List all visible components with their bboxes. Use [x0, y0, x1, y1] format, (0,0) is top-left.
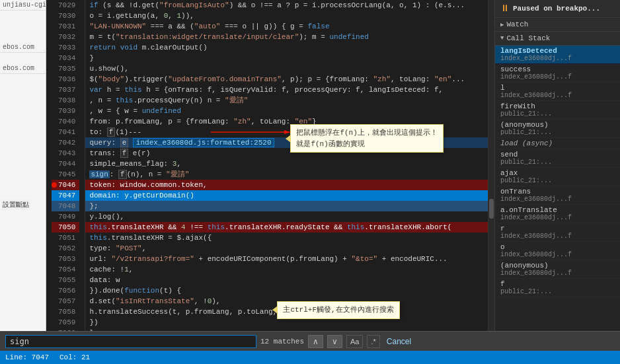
stack-func-name: f — [500, 280, 615, 288]
code-line-7054: cache: !1, — [85, 264, 488, 275]
stack-file-ref: public_21:... — [500, 177, 615, 184]
right-panel: ⏸ Paused on breakpo... ▶ Watch ▼ Call St… — [494, 0, 620, 331]
stack-func-name: (anonymous) — [500, 262, 615, 270]
search-prev-button[interactable]: ∧ — [308, 335, 323, 348]
stack-file-ref: index_e36080dj...f — [500, 73, 615, 81]
code-line-7038: , n = this.processQuery(n) n = "愛請" — [85, 95, 488, 106]
code-line-7033: return void m.clearOutput() — [85, 42, 488, 53]
stack-func-name: a.onTranslate — [500, 206, 615, 214]
watch-header[interactable]: ▶ Watch — [495, 18, 620, 31]
code-line-7034: } — [85, 53, 488, 63]
stack-item-r[interactable]: r index_e36080dj...f — [495, 223, 620, 242]
stack-item-l[interactable]: l index_e36080dj...f — [495, 83, 620, 101]
callstack-list: langIsDeteced index_e36080dj...f success… — [495, 46, 620, 331]
code-line-7035: u.show(), — [85, 63, 488, 74]
code-line-7044: simple_means_flag: 3, — [85, 159, 488, 169]
stack-func-name: ajax — [500, 169, 615, 177]
stack-func-name: onTrans — [500, 188, 615, 196]
search-matches: 12 matches — [260, 338, 304, 346]
stack-file-ref: public_21:... — [500, 288, 615, 295]
stack-file-ref: index_e36080dj...f — [500, 92, 615, 99]
stack-file-ref: index_e36080dj...f — [500, 270, 615, 277]
stack-func-name: send — [500, 151, 615, 159]
code-line-7052: type: "POST", — [85, 243, 488, 254]
stack-func-name: langIsDeteced — [500, 47, 615, 55]
stack-file-ref: public_21:... — [500, 110, 615, 118]
callstack-title: Call Stack — [506, 34, 550, 42]
stack-func-name: (anonymous) — [500, 121, 615, 129]
stack-item-ajax[interactable]: ajax public_21:... — [495, 168, 620, 186]
code-line-7049: y.log(), — [85, 211, 488, 222]
breakpoint-label: 設置斷點 — [1, 200, 30, 210]
callstack-arrow-icon: ▼ — [500, 35, 504, 42]
stack-file-ref: index_e36080dj...f — [500, 196, 615, 203]
search-next-button[interactable]: ∨ — [327, 335, 342, 348]
paused-text: Paused on breakpo... — [513, 5, 600, 13]
stack-func-name: r — [500, 225, 615, 233]
stack-file-ref: public_21:... — [500, 129, 615, 136]
code-line-7045: sign: f(n), n = "愛請" — [85, 169, 488, 180]
code-line-7036: $("body").trigger("updateFromTo.domainTr… — [85, 74, 488, 85]
status-bar: Line: 7047 Col: 21 — [0, 351, 620, 364]
paused-banner: ⏸ Paused on breakpo... — [495, 0, 620, 18]
stack-item-langisdeteced[interactable]: langIsDeteced index_e36080dj...f — [495, 46, 620, 64]
callstack-section: ▼ Call Stack langIsDeteced index_e36080d… — [495, 32, 620, 331]
code-line-7032: m = t("translation:widget/translate/inpu… — [85, 32, 488, 42]
stack-file-ref: index_e36080dj...f — [500, 55, 615, 62]
code-line-7031: "LAN-UNKNOWN" === a && ("auto" === o || … — [85, 21, 488, 32]
code-line-7051: this.translateXHR = $.ajax({ — [85, 233, 488, 243]
stack-func-name: l — [500, 84, 615, 92]
stack-item-send[interactable]: send public_21:... — [495, 149, 620, 168]
stack-file-ref: index_e36080dj...f — [500, 214, 615, 221]
stack-func-name: success — [500, 65, 615, 73]
search-bar: 12 matches ∧ ∨ Aa .* Cancel — [0, 331, 620, 351]
code-line-7053: url: "/v2transapi?from=" + encodeURIComp… — [85, 254, 488, 264]
code-line-7029: if (s && !d.get("fromLangIsAuto") && o !… — [85, 0, 488, 11]
code-line-7037: var h = this h = {onTrans: f, isQueryVal… — [85, 85, 488, 95]
code-line-7030: o = i.getLang(a, 0, 1)), — [85, 11, 488, 21]
callstack-header[interactable]: ▼ Call Stack — [495, 32, 620, 46]
code-line-7048: }; — [85, 201, 488, 211]
code-line-7060: } — [85, 328, 488, 331]
stack-file-ref: index_e36080dj...f — [500, 251, 615, 258]
status-line: Line: 7047 — [5, 353, 49, 361]
stack-item-firewith[interactable]: fireWith public_21:... — [495, 101, 620, 120]
stack-func-name: fireWith — [500, 102, 615, 110]
stack-item-aontranslate[interactable]: a.onTranslate index_e36080dj...f — [495, 205, 620, 223]
code-line-7047: domain: y.getCurDomain() — [85, 190, 488, 201]
pause-icon: ⏸ — [500, 3, 510, 14]
stack-func-name: load (async) — [500, 139, 615, 147]
stack-item-o[interactable]: o index_e36080dj...f — [495, 242, 620, 260]
watch-section: ▶ Watch — [495, 18, 620, 32]
watch-title: Watch — [506, 20, 528, 28]
code-line-7056: }).done(function(t) { — [85, 285, 488, 296]
watch-arrow-icon: ▶ — [500, 21, 504, 28]
code-line-7050: this.translateXHR && 4 !== this.translat… — [85, 222, 488, 233]
search-cancel-button[interactable]: Cancel — [384, 337, 414, 346]
status-col: Col: 21 — [59, 353, 90, 361]
stack-item-ontrans[interactable]: onTrans index_e36080dj...f — [495, 186, 620, 205]
stack-item-success[interactable]: success index_e36080dj...f — [495, 64, 620, 83]
stack-item-f[interactable]: f public_21:... — [495, 279, 620, 297]
stack-func-name: o — [500, 243, 615, 251]
stack-item-anonymous1[interactable]: (anonymous) public_21:... — [495, 120, 620, 138]
match-case-button[interactable]: Aa — [346, 335, 363, 348]
stack-item-load-async[interactable]: load (async) — [495, 138, 620, 149]
annotation-comment1: 把鼠標懸浮在f(n)上，就會出現這個提示！ 就是f(n)函數的實現 — [290, 124, 443, 153]
search-input[interactable] — [5, 335, 256, 348]
code-line-7039: , w = { w = undefined — [85, 106, 488, 116]
code-line-7055: data: w — [85, 275, 488, 285]
annotation-comment2: 主ctrl+F觸發,在文件內進行搜索 — [277, 301, 399, 319]
regex-button[interactable]: .* — [367, 335, 379, 348]
stack-file-ref: public_21:... — [500, 159, 615, 166]
code-line-7046: token: window.common.token, — [85, 180, 488, 190]
stack-item-anonymous2[interactable]: (anonymous) index_e36080dj...f — [495, 260, 620, 279]
stack-file-ref: index_e36080dj...f — [500, 233, 615, 240]
